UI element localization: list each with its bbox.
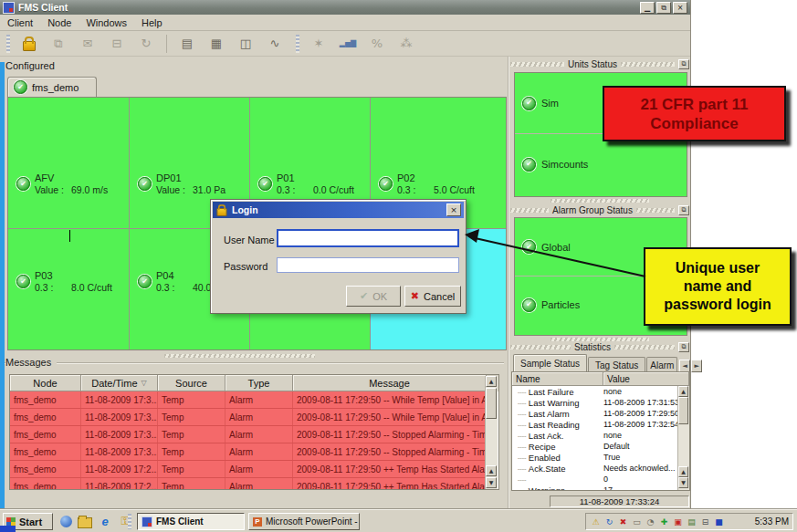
restore-button[interactable]: ⧉ — [656, 2, 671, 14]
tab-scroll-left[interactable]: ◄ — [679, 360, 690, 372]
statistics-scrollbar[interactable]: ▲ ▲ ▼ — [677, 386, 689, 490]
close-icon[interactable]: × — [446, 203, 461, 216]
shield-icon[interactable]: ✚ — [658, 516, 670, 527]
panel-window-icon[interactable]: ⧉ — [678, 59, 689, 69]
ok-status-icon: ✔ — [16, 177, 30, 191]
menu-help[interactable]: Help — [134, 16, 170, 29]
chart-icon[interactable]: ▤ — [686, 516, 697, 527]
menu-client[interactable]: Client — [0, 16, 40, 29]
stat-row[interactable]: Last Reading11-08-2009 17:32:54 — [512, 419, 689, 430]
stat-row[interactable]: Last Failurenone — [512, 386, 689, 397]
display-icon[interactable]: ▭ — [631, 516, 643, 527]
taskbar: Start e ⚿ FMS Client P Microsoft PowerPo… — [0, 509, 797, 532]
report-icon[interactable]: ▤ — [176, 34, 198, 53]
scroll-up-button[interactable]: ▲ — [486, 465, 497, 476]
message-row[interactable]: fms_demo11-08-2009 17:2...TempAlarm2009-… — [10, 478, 487, 489]
alert-icon[interactable]: ⚠ — [590, 516, 602, 527]
ok-button[interactable]: ✔ OK — [346, 286, 401, 307]
tags-icon[interactable]: % — [366, 34, 388, 53]
app-tray-icon[interactable]: ■ — [713, 516, 725, 527]
sync-icon[interactable]: ↻ — [603, 516, 615, 527]
column-type[interactable]: Type — [225, 375, 293, 391]
stat-row[interactable]: RecipeDefault — [512, 441, 689, 452]
tile-value: 31.0 Pa — [193, 184, 225, 196]
password-field[interactable] — [277, 257, 459, 273]
media-player-icon[interactable] — [60, 516, 72, 527]
tile-afv[interactable]: ✔ AFV Value :69.0 m/s — [8, 98, 129, 228]
message-row[interactable]: fms_demo11-08-2009 17:3...TempAlarm2009-… — [10, 391, 487, 409]
menu-node[interactable]: Node — [40, 16, 79, 29]
column-source[interactable]: Source — [158, 375, 225, 391]
task-powerpoint[interactable]: P Microsoft PowerPoint - [... — [248, 513, 360, 530]
scroll-up-button[interactable]: ▲ — [678, 386, 688, 397]
stat-row[interactable]: Last Ack.none — [512, 430, 689, 441]
stat-row[interactable]: 0 — [512, 474, 689, 485]
scroll-up-button[interactable]: ▲ — [486, 376, 497, 387]
refresh-icon[interactable]: ↻ — [135, 34, 157, 53]
scroll-up-button[interactable]: ▲ — [678, 466, 688, 477]
table-view-icon[interactable]: ▦ — [205, 34, 227, 53]
ok-status-icon: ✔ — [138, 177, 152, 191]
folder-icon[interactable] — [78, 514, 92, 528]
messages-scrollbar[interactable]: ▲ ▲ ▼ — [485, 376, 498, 489]
system-tray: ⚠ ↻ ✖ ▭ ◔ ✚ ▣ ▤ ⊟ ■ 5:33 PM — [585, 513, 793, 530]
scrollbar-thumb[interactable] — [486, 388, 497, 419]
stat-row[interactable]: Last Warning11-08-2009 17:31:53 — [512, 397, 689, 408]
stat-row[interactable]: Ack.StateNeeds acknowled... — [512, 463, 689, 474]
stat-row[interactable]: Warnings17 — [512, 485, 689, 491]
scroll-down-button[interactable]: ▼ — [486, 477, 497, 488]
statistics-table: Name Value Last Failurenone Last Warning… — [511, 371, 690, 491]
alarm-icon[interactable]: ▣ — [672, 516, 684, 527]
close-button[interactable]: × — [673, 2, 687, 14]
print-icon[interactable]: ⊟ — [106, 34, 128, 53]
task-fms-client[interactable]: FMS Client — [137, 513, 245, 530]
tab-fms-demo[interactable]: ✔ fms_demo — [7, 77, 97, 97]
mail-icon[interactable]: ✉ — [77, 34, 99, 53]
bar-chart-icon[interactable]: ▂▅▇ — [337, 34, 359, 53]
printer-icon[interactable]: ⊟ — [699, 516, 711, 527]
tile-view-icon[interactable]: ◫ — [235, 34, 257, 53]
messages-table-header: Node Date/Time▽ Source Type Message — [10, 375, 498, 391]
user-name-field[interactable] — [277, 229, 459, 247]
column-node[interactable]: Node — [10, 375, 81, 391]
logout-icon[interactable]: ⧉ — [47, 34, 69, 53]
user-name-label: User Name — [224, 235, 275, 245]
column-name[interactable]: Name — [512, 372, 603, 386]
tab-tag-status[interactable]: Tag Status — [588, 357, 645, 372]
stat-row[interactable]: Last Alarm11-08-2009 17:29:50 — [512, 408, 689, 419]
panel-window-icon[interactable]: ⧉ — [678, 342, 689, 352]
tab-scroll-right[interactable]: ► — [691, 360, 702, 372]
lock-icon[interactable] — [18, 34, 40, 53]
message-row[interactable]: fms_demo11-08-2009 17:3...TempAlarm2009-… — [10, 409, 487, 426]
panel-window-icon[interactable]: ⧉ — [678, 205, 689, 215]
pins-icon[interactable]: ⁂ — [395, 34, 417, 53]
check-icon: ✔ — [360, 290, 368, 302]
splitter-handle[interactable] — [164, 354, 315, 358]
scrollbar-thumb[interactable] — [678, 397, 688, 424]
slide-edge-decoration — [0, 62, 5, 509]
stat-row[interactable]: EnabledTrue — [512, 452, 689, 463]
column-datetime[interactable]: Date/Time▽ — [81, 375, 158, 391]
cancel-button[interactable]: ✖ Cancel — [404, 286, 461, 307]
minimize-button[interactable]: ▁ — [640, 2, 655, 14]
column-message[interactable]: Message — [293, 375, 487, 391]
message-row[interactable]: fms_demo11-08-2009 17:3...TempAlarm2009-… — [10, 443, 487, 461]
unit-tile-simcounts[interactable]: ✔ Simcounts — [515, 134, 687, 194]
scroll-down-button[interactable]: ▼ — [678, 477, 688, 488]
internet-explorer-icon[interactable]: e — [98, 514, 112, 528]
message-row[interactable]: fms_demo11-08-2009 17:3...TempAlarm2009-… — [10, 426, 487, 443]
network-error-icon[interactable]: ✖ — [617, 516, 629, 527]
analyze-icon[interactable]: ✶ — [308, 34, 330, 53]
tile-p03[interactable]: ✔ P03 0.3 :8.0 C/cuft — [8, 229, 129, 349]
toolbar-drag-handle — [6, 35, 10, 53]
splitter-handle[interactable] — [551, 199, 649, 203]
menu-windows[interactable]: Windows — [79, 16, 134, 29]
ok-status-icon: ✔ — [522, 298, 536, 312]
trend-chart-icon[interactable]: ∿ — [264, 34, 286, 53]
column-value[interactable]: Value — [603, 372, 689, 386]
tab-sample-status[interactable]: Sample Status — [513, 354, 587, 372]
tile-param: Value : — [156, 184, 193, 196]
clock-icon[interactable]: ◔ — [645, 516, 656, 527]
message-row[interactable]: fms_demo11-08-2009 17:2...TempAlarm2009-… — [10, 461, 487, 478]
tab-alarm[interactable]: Alarm — [646, 357, 677, 372]
